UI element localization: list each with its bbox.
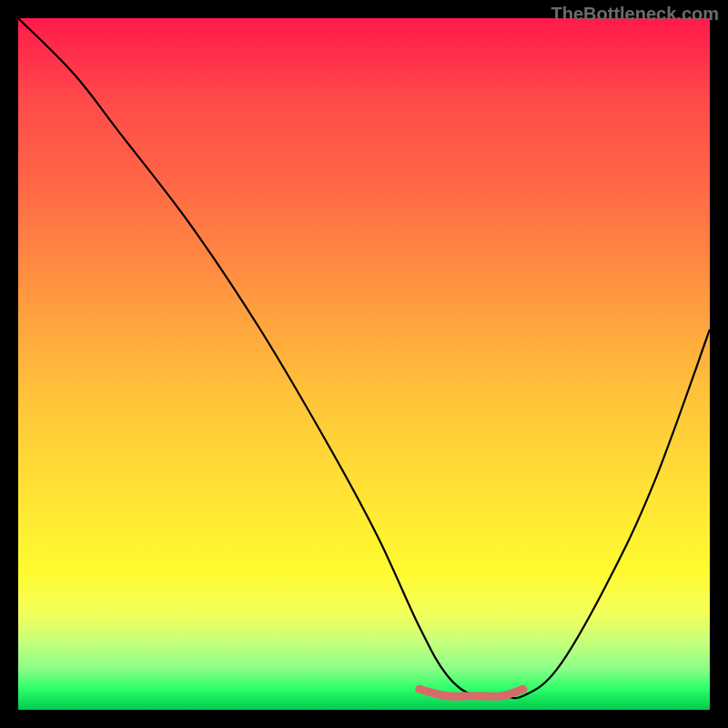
chart-area bbox=[18, 18, 710, 710]
bottleneck-curve-path bbox=[18, 18, 710, 698]
bottleneck-chart bbox=[18, 18, 710, 710]
optimum-marker-path bbox=[420, 689, 523, 696]
attribution-text: TheBottleneck.com bbox=[551, 4, 719, 25]
